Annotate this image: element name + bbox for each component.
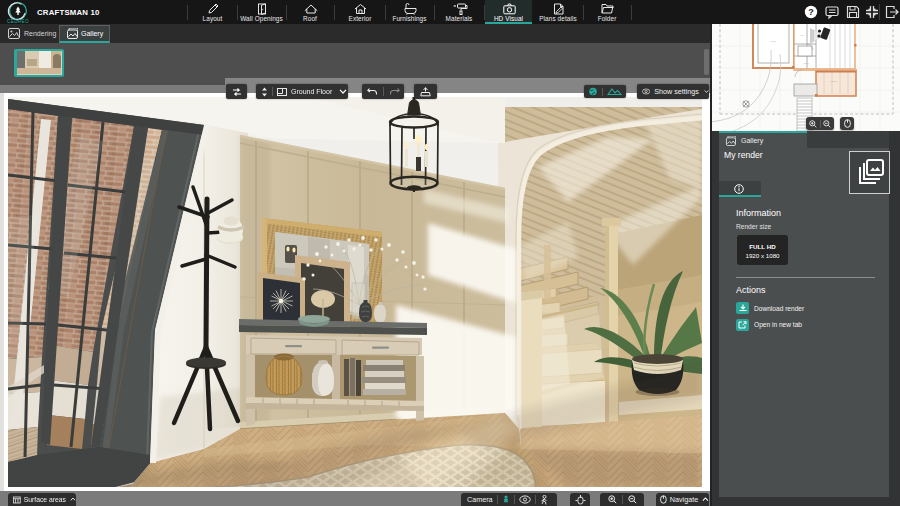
svg-text:Kitchen: Kitchen: [830, 80, 838, 82]
svg-text:Hall: Hall: [800, 34, 804, 36]
svg-text:4.2 m: 4.2 m: [772, 62, 778, 64]
svg-text:?: ?: [808, 7, 814, 17]
svg-text:Living: Living: [770, 40, 776, 42]
